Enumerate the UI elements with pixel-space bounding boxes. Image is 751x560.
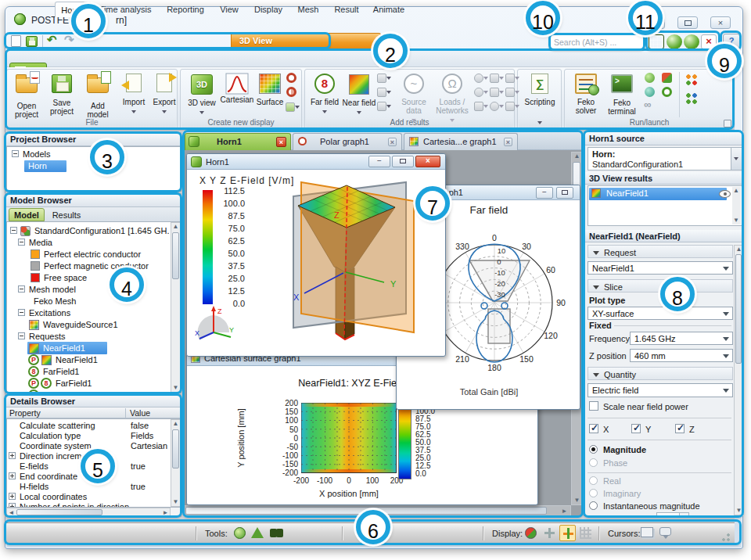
result-grid-7[interactable] [474, 101, 488, 111]
contextual-tab-3d-view[interactable]: 3D View [231, 33, 381, 48]
result-grid-4[interactable] [474, 87, 488, 97]
magnitude-radio[interactable] [589, 445, 598, 454]
network-launch-1-icon[interactable] [685, 74, 698, 86]
cartesian-button[interactable]: Cartesian [218, 71, 256, 104]
heatmap-plot[interactable] [301, 403, 397, 473]
save-project-button[interactable]: Save project [45, 71, 79, 116]
source-combo-arrow[interactable] [731, 148, 742, 170]
network-launch-2-icon[interactable] [685, 92, 698, 105]
result-grid-8[interactable] [490, 101, 504, 111]
tab-result[interactable]: Result [329, 2, 365, 17]
scrollbar-thumb[interactable] [735, 254, 742, 364]
y-checkbox[interactable] [631, 424, 641, 433]
tab-display[interactable]: Display [249, 2, 288, 17]
3d-view-button[interactable]: 3D 3D view [185, 71, 219, 116]
scripting-button[interactable]: ∑ Scripting [522, 71, 558, 106]
tab-cartesian-graph1[interactable]: Cartesia...e graph1 × [404, 133, 518, 150]
minimize-button[interactable]: − [536, 187, 553, 199]
collapse-icon[interactable] [18, 239, 25, 246]
source-combo[interactable]: Horn: StandardConfiguration1 [588, 147, 742, 171]
models-node[interactable]: Models [23, 149, 50, 159]
run-tool-2-icon[interactable] [662, 73, 672, 83]
farfield1-result-node[interactable]: FarField1 [56, 379, 92, 388]
free-space-node[interactable]: Free space [44, 273, 87, 282]
tab-mesh[interactable]: Mesh [293, 2, 324, 17]
result-grid-1[interactable] [474, 73, 488, 83]
find-binoculars-icon[interactable] [270, 529, 277, 537]
horn-window-titlebar[interactable]: Horn1 − × [187, 154, 445, 170]
run-tool-3-icon[interactable] [645, 87, 655, 97]
pec-node[interactable]: Perfect electric conductor [44, 249, 141, 259]
collapse-icon[interactable] [18, 309, 25, 316]
grid-toggle-icon[interactable] [580, 527, 591, 539]
undo-icon[interactable]: ↶ [47, 33, 57, 47]
loads-networks-button[interactable]: Ω Loads / Networks [432, 71, 473, 124]
tab-close-icon[interactable]: × [388, 138, 397, 146]
3d-view-dropdown-icon[interactable] [199, 111, 204, 114]
excitations-node[interactable]: Excitations [29, 308, 70, 318]
result-grid-2[interactable] [490, 73, 504, 83]
tab-view[interactable]: View [214, 2, 244, 17]
details-vscrollbar[interactable]: ▲ ▼ [171, 419, 181, 507]
panel-scrollbar[interactable]: ▲ ▼ [734, 245, 743, 515]
column-property[interactable]: Property [9, 408, 41, 418]
surface-button[interactable]: Surface [253, 71, 286, 106]
scale-near-field-checkbox[interactable] [589, 401, 598, 411]
result-tool-2[interactable] [377, 87, 391, 97]
run-tool-5-icon[interactable]: ∞ [644, 99, 651, 110]
dialog-launcher-icon[interactable] [724, 120, 731, 127]
plot-type-select[interactable]: XY-surface [588, 307, 733, 320]
configuration-node[interactable]: StandardConfiguration1 [1.645 GH... [34, 226, 169, 235]
new-project-icon[interactable] [11, 35, 21, 47]
model-browser-scrollbar[interactable]: ▲ ▼ [171, 222, 181, 393]
far-field-dropdown-icon[interactable] [322, 110, 327, 113]
polar-graph-button-icon[interactable] [286, 73, 296, 83]
scrollbar-thumb[interactable] [16, 509, 102, 515]
requests-node[interactable]: Requests [29, 332, 65, 341]
result-grid-5[interactable] [490, 87, 504, 97]
scripting-expand-icon[interactable] [537, 121, 542, 124]
instantaneous-radio[interactable] [589, 501, 598, 510]
frequency-select[interactable]: 1.645 GHz [630, 332, 733, 345]
real-radio[interactable] [589, 476, 598, 485]
run-tool-4-icon[interactable] [662, 87, 672, 97]
out-file-button[interactable] [286, 102, 300, 112]
result-grid-3[interactable] [505, 73, 519, 83]
restore-button[interactable] [392, 156, 414, 167]
feko-terminal-button[interactable]: > Feko terminal [605, 71, 639, 116]
section-request[interactable]: Request [588, 245, 733, 258]
power-node[interactable]: Power [43, 390, 67, 393]
close-button[interactable]: × [415, 156, 440, 167]
z-position-select[interactable]: 460 mm [630, 349, 733, 362]
pan-icon[interactable] [544, 527, 555, 539]
axes-toggle-active[interactable] [559, 525, 576, 541]
measure-tool-icon[interactable] [234, 527, 246, 539]
cursor-panel-icon[interactable] [641, 527, 653, 537]
mesh-model-node[interactable]: Mesh model [29, 285, 76, 294]
gauge-icon[interactable] [525, 527, 537, 539]
resize-grip[interactable] [722, 533, 730, 541]
media-node[interactable]: Media [29, 238, 52, 247]
waveguide-source-node[interactable]: WaveguideSource1 [43, 320, 118, 329]
launch-editfeko-icon[interactable] [667, 34, 682, 49]
tab-close-icon[interactable]: × [504, 138, 512, 146]
section-quantity[interactable]: Quantity [588, 367, 733, 380]
search-input[interactable] [550, 34, 644, 49]
run-tool-1-icon[interactable] [645, 73, 655, 83]
result-tool-3[interactable] [377, 101, 391, 111]
phase-spinner[interactable] [656, 512, 689, 516]
imaginary-radio[interactable] [589, 489, 598, 497]
expand-icon[interactable] [9, 493, 16, 500]
import-button[interactable]: Import [117, 71, 151, 115]
tab-results[interactable]: Results [48, 209, 85, 222]
visibility-eye-icon[interactable] [719, 190, 731, 198]
result-grid-9[interactable] [505, 101, 519, 111]
tab-model[interactable]: Model [9, 208, 45, 221]
nearfield1-node[interactable]: NearField1 [43, 343, 85, 353]
expand-icon[interactable] [9, 472, 16, 479]
launch-feko-icon[interactable] [684, 34, 699, 49]
feko-mesh-node[interactable]: Feko Mesh [34, 296, 76, 306]
tab-animate[interactable]: Animate [368, 2, 410, 17]
collapse-icon[interactable] [12, 150, 19, 157]
collapse-icon[interactable] [18, 332, 25, 339]
